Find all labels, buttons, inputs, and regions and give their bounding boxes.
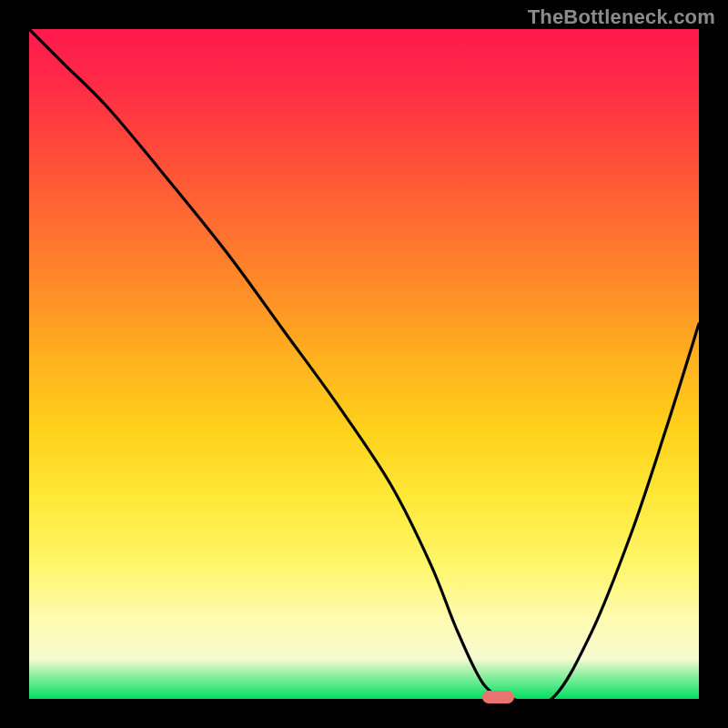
chart-frame: TheBottleneck.com: [0, 0, 728, 728]
plot-area: [29, 29, 699, 699]
watermark-text: TheBottleneck.com: [528, 5, 715, 29]
optimal-marker: [482, 691, 514, 703]
